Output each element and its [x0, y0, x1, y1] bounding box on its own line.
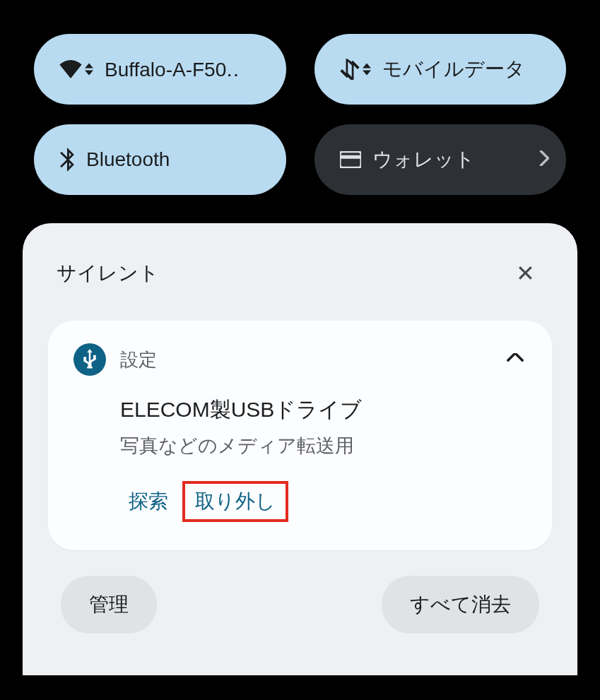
- wifi-tile[interactable]: Buffalo-A-F50‥: [34, 34, 286, 105]
- wifi-label: Buffalo-A-F50‥: [105, 58, 269, 81]
- bluetooth-icon: [59, 148, 75, 172]
- notification-card[interactable]: 設定 ELECOM製USBドライブ 写真などのメディア転送用 探索 取り外し: [48, 321, 552, 550]
- notification-footer: 管理 すべて消去: [48, 550, 552, 634]
- section-title: サイレント: [57, 260, 159, 287]
- chevron-right-icon: [539, 148, 549, 171]
- eject-action[interactable]: 取り外し: [182, 481, 288, 522]
- notification-description: 写真などのメディア転送用: [120, 433, 527, 458]
- mobile-sort-icon: [363, 63, 371, 76]
- svg-rect-0: [340, 152, 361, 168]
- wifi-icon: [59, 60, 93, 78]
- wifi-sort-icon: [85, 63, 93, 76]
- bluetooth-label: Bluetooth: [86, 148, 269, 171]
- wallet-tile[interactable]: ウォレット: [314, 124, 567, 195]
- notification-header-row: 設定: [73, 343, 527, 376]
- mobile-data-tile[interactable]: モバイルデータ: [314, 34, 567, 105]
- notification-body: ELECOM製USBドライブ 写真などのメディア転送用 探索 取り外し: [120, 396, 527, 522]
- notification-actions: 探索 取り外し: [120, 481, 527, 522]
- bluetooth-tile[interactable]: Bluetooth: [34, 124, 286, 195]
- usb-icon: [73, 343, 106, 376]
- quick-settings-grid: Buffalo-A-F50‥ モバイルデータ Bluetooth ウォレット: [0, 0, 600, 223]
- mobile-data-icon: [340, 59, 371, 80]
- mobile-data-label: モバイルデータ: [382, 56, 550, 83]
- notification-panel: サイレント ✕ 設定 ELECOM製USBドライブ 写真などのメディア転送用 探…: [23, 223, 577, 675]
- notification-app-name: 設定: [120, 348, 157, 372]
- collapse-icon[interactable]: [504, 350, 527, 369]
- wallet-label: ウォレット: [372, 146, 540, 173]
- wallet-icon: [340, 151, 361, 168]
- svg-rect-1: [340, 155, 361, 159]
- notification-section-header: サイレント ✕: [48, 257, 552, 290]
- clear-all-button[interactable]: すべて消去: [382, 576, 539, 634]
- notification-title: ELECOM製USBドライブ: [120, 396, 527, 425]
- explore-action[interactable]: 探索: [120, 482, 177, 521]
- manage-button[interactable]: 管理: [61, 576, 157, 634]
- close-icon[interactable]: ✕: [507, 257, 543, 290]
